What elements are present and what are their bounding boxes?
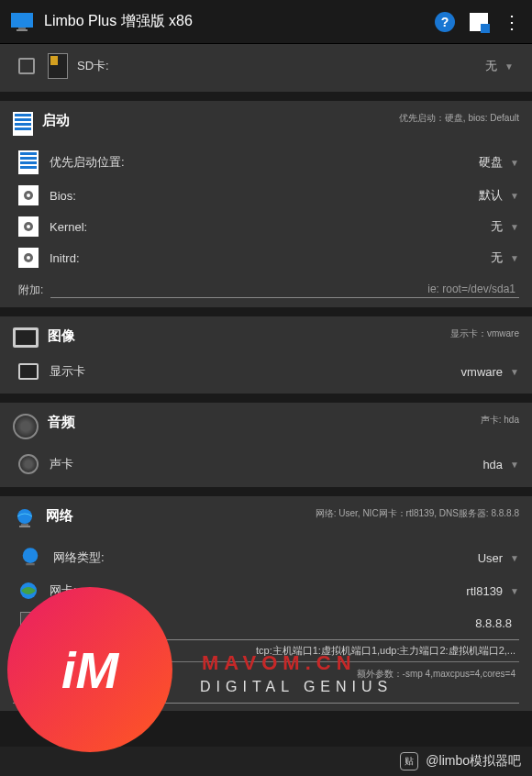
svg-rect-2 (17, 29, 28, 31)
sd-card-icon (48, 53, 68, 79)
audio-title: 音频 (48, 414, 481, 431)
sd-value: 无 (485, 58, 497, 74)
watermark-tagline: DIGITAL GENIUS (200, 679, 393, 695)
monitor-icon (18, 363, 39, 380)
speaker-icon (13, 414, 39, 439)
app-title: Limbo Plus 增强版 x86 (44, 12, 435, 31)
globe-icon (18, 546, 42, 570)
network-summary: 网络: User, NIC网卡：rtl8139, DNS服务器: 8.8.8.8 (316, 507, 519, 520)
graphics-title: 图像 (48, 327, 450, 345)
disk-icon (18, 150, 39, 174)
svg-rect-10 (21, 524, 28, 526)
footer-text: @limbo模拟器吧 (426, 753, 521, 770)
sd-checkbox[interactable] (18, 58, 35, 74)
monitor-icon (13, 327, 39, 348)
svg-point-9 (17, 509, 32, 524)
globe-icon (13, 507, 37, 531)
svg-rect-11 (19, 526, 30, 527)
append-input[interactable] (50, 281, 519, 298)
help-icon[interactable]: ? (435, 12, 455, 32)
monitor-icon (11, 13, 33, 31)
watermark-logo: iM (7, 587, 172, 752)
chevron-down-icon: ▼ (510, 367, 519, 377)
svg-point-12 (23, 548, 39, 563)
boot-section-icon (13, 112, 33, 136)
audio-section: 音频 声卡: hda 声卡 hda ▼ (0, 403, 532, 487)
sd-label: SD卡: (77, 58, 485, 74)
network-type-row[interactable]: 网络类型: User ▼ (13, 540, 519, 575)
save-icon[interactable] (470, 13, 488, 31)
boot-priority-row[interactable]: 优先启动位置: 硬盘 ▼ (13, 145, 519, 180)
chevron-down-icon: ▼ (510, 253, 519, 263)
chevron-down-icon: ▼ (510, 586, 519, 596)
sd-card-row[interactable]: SD卡: 无 ▼ (0, 44, 532, 92)
gear-icon (18, 248, 39, 268)
boot-title: 启动 (42, 112, 399, 129)
chevron-down-icon: ▼ (510, 553, 519, 563)
app-bar: Limbo Plus 增强版 x86 ? ⋮ (0, 0, 532, 44)
chevron-down-icon: ▼ (510, 191, 519, 201)
gear-icon (18, 216, 39, 237)
svg-point-8 (27, 256, 30, 260)
bios-row[interactable]: Bios: 默认 ▼ (13, 180, 519, 211)
watermark-brand: MAVOM.CN (202, 651, 357, 675)
svg-point-6 (27, 225, 30, 228)
boot-summary: 优先启动：硬盘, bios: Default (399, 112, 519, 125)
network-title: 网络 (46, 507, 316, 525)
boot-section: 启动 优先启动：硬盘, bios: Default 优先启动位置: 硬盘 ▼ B… (0, 101, 532, 307)
overflow-menu-icon[interactable]: ⋮ (503, 13, 521, 31)
initrd-row[interactable]: Initrd: 无 ▼ (13, 242, 519, 273)
nic-icon (18, 581, 39, 601)
svg-rect-0 (11, 13, 33, 28)
graphics-summary: 显示卡：vmware (450, 327, 519, 340)
svg-rect-1 (18, 28, 26, 29)
kernel-row[interactable]: Kernel: 无 ▼ (13, 211, 519, 242)
svg-point-4 (27, 194, 30, 197)
display-card-row[interactable]: 显示卡 vmware ▼ (13, 357, 519, 386)
chevron-down-icon: ▼ (510, 222, 519, 232)
chevron-down-icon: ▼ (510, 158, 519, 168)
tieba-icon: 贴 (400, 752, 418, 770)
graphics-section: 图像 显示卡：vmware 显示卡 vmware ▼ (0, 316, 532, 394)
chevron-down-icon: ▼ (510, 460, 519, 470)
gear-icon (18, 185, 39, 205)
audio-summary: 声卡: hda (481, 414, 519, 427)
chevron-down-icon: ▼ (504, 61, 514, 72)
svg-rect-13 (26, 563, 34, 565)
speaker-icon (18, 454, 39, 474)
sound-card-row[interactable]: 声卡 hda ▼ (13, 449, 519, 480)
append-row: 附加: (13, 273, 519, 300)
